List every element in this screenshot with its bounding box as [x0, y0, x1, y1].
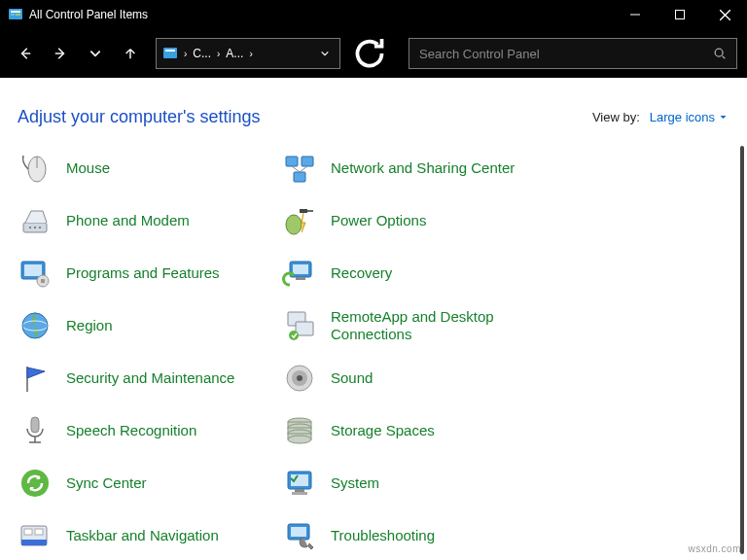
scrollbar[interactable] — [740, 146, 744, 554]
cp-item-flag[interactable]: Security and Maintenance — [18, 352, 270, 404]
storage-icon — [282, 413, 317, 448]
svg-rect-28 — [31, 417, 39, 433]
svg-rect-1 — [11, 11, 20, 13]
cp-item-label: Phone and Modem — [66, 212, 190, 229]
svg-rect-38 — [294, 172, 305, 182]
svg-rect-65 — [291, 527, 306, 537]
remote-icon — [282, 308, 317, 343]
chevron-right-icon: › — [249, 49, 252, 59]
sound-icon — [282, 361, 317, 396]
cp-item-label: Security and Maintenance — [66, 369, 234, 387]
cp-item-label: Troubleshooting — [331, 527, 435, 544]
svg-rect-2 — [11, 14, 15, 16]
cp-item-storage[interactable]: Storage Spaces — [282, 404, 535, 457]
cp-item-label: Storage Spaces — [331, 422, 435, 439]
search-input[interactable]: Search Control Panel — [409, 38, 737, 69]
troubleshoot-icon — [282, 518, 317, 553]
cp-item-label: Speech Recognition — [66, 422, 196, 439]
cp-item-power[interactable]: Power Options — [282, 194, 535, 247]
svg-rect-23 — [41, 279, 45, 283]
svg-rect-21 — [24, 264, 42, 276]
svg-point-19 — [39, 227, 41, 228]
window-title: All Control Panel Items — [29, 8, 613, 21]
cp-item-system[interactable]: System — [282, 457, 535, 509]
svg-point-52 — [297, 375, 302, 381]
cp-item-label: Network and Sharing Center — [331, 159, 515, 177]
recent-dropdown[interactable] — [80, 38, 111, 69]
search-icon — [713, 47, 727, 60]
minimize-button[interactable] — [613, 0, 658, 29]
svg-line-13 — [723, 56, 726, 59]
svg-rect-3 — [16, 14, 20, 16]
svg-point-41 — [286, 215, 302, 234]
cp-item-recovery[interactable]: Recovery — [282, 247, 535, 299]
viewby-value: Large icons — [650, 110, 715, 124]
svg-rect-45 — [293, 264, 308, 274]
cp-item-sound[interactable]: Sound — [282, 352, 535, 404]
svg-point-18 — [34, 227, 36, 228]
power-icon — [282, 203, 317, 238]
svg-point-49 — [289, 331, 299, 340]
page-title: Adjust your computer's settings — [18, 107, 261, 127]
address-dropdown[interactable] — [316, 49, 334, 58]
recovery-icon — [282, 256, 317, 291]
cp-item-label: Sync Center — [66, 474, 147, 492]
cp-item-label: Region — [66, 317, 113, 334]
viewby-label: View by: — [592, 110, 640, 124]
programs-icon — [18, 256, 53, 291]
flag-icon — [18, 361, 53, 396]
svg-line-39 — [292, 166, 300, 172]
taskbar-icon — [18, 518, 53, 553]
svg-point-31 — [21, 470, 49, 497]
cp-item-remote[interactable]: RemoteApp and Desktop Connections — [282, 299, 535, 352]
mic-icon — [18, 413, 53, 448]
cp-item-region[interactable]: Region — [18, 299, 270, 352]
cp-item-label: Power Options — [331, 212, 426, 229]
cp-item-programs[interactable]: Programs and Features — [18, 247, 270, 299]
cp-item-troubleshoot[interactable]: Troubleshooting — [282, 509, 535, 560]
svg-rect-48 — [296, 322, 313, 335]
cp-item-sync[interactable]: Sync Center — [18, 457, 270, 509]
control-panel-icon — [8, 7, 23, 22]
cp-item-phone[interactable]: Phone and Modem — [18, 194, 270, 247]
cp-item-network[interactable]: Network and Sharing Center — [282, 146, 535, 194]
svg-rect-35 — [35, 529, 43, 535]
address-bar[interactable]: › C... › A... › — [156, 38, 340, 69]
breadcrumb-1[interactable]: C... — [193, 47, 211, 60]
cp-item-mouse[interactable]: Mouse — [18, 146, 270, 194]
chevron-right-icon: › — [217, 49, 220, 59]
svg-rect-36 — [286, 157, 298, 166]
sync-icon — [18, 466, 53, 501]
chevron-down-icon — [719, 113, 728, 122]
region-icon — [18, 308, 53, 343]
items-grid: MousePhone and ModemPrograms and Feature… — [0, 146, 747, 560]
mouse-icon — [18, 151, 53, 186]
svg-rect-34 — [24, 529, 32, 535]
cp-item-label: Mouse — [66, 159, 110, 177]
svg-rect-33 — [21, 540, 47, 545]
up-button[interactable] — [115, 38, 146, 69]
cp-item-taskbar[interactable]: Taskbar and Navigation — [18, 509, 270, 560]
navigation-bar: › C... › A... › Search Control Panel — [0, 29, 747, 78]
cp-item-label: RemoteApp and Desktop Connections — [331, 308, 525, 343]
titlebar: All Control Panel Items — [0, 0, 747, 29]
svg-point-59 — [288, 436, 311, 443]
cp-item-mic[interactable]: Speech Recognition — [18, 404, 270, 457]
svg-rect-62 — [295, 489, 304, 492]
refresh-button[interactable] — [350, 38, 389, 69]
forward-button[interactable] — [45, 38, 76, 69]
network-icon — [282, 151, 317, 186]
cp-item-label: Taskbar and Navigation — [66, 527, 219, 544]
back-button[interactable] — [10, 38, 41, 69]
viewby-dropdown[interactable]: Large icons — [650, 110, 728, 124]
content-header: Adjust your computer's settings View by:… — [0, 78, 747, 146]
cp-item-label: Sound — [331, 369, 373, 387]
maximize-button[interactable] — [658, 0, 702, 29]
svg-rect-42 — [300, 209, 307, 213]
breadcrumb-2[interactable]: A... — [226, 47, 243, 60]
svg-line-40 — [300, 166, 307, 172]
phone-icon — [18, 203, 53, 238]
close-button[interactable] — [702, 0, 747, 29]
svg-rect-10 — [163, 48, 177, 58]
svg-rect-37 — [302, 157, 313, 166]
